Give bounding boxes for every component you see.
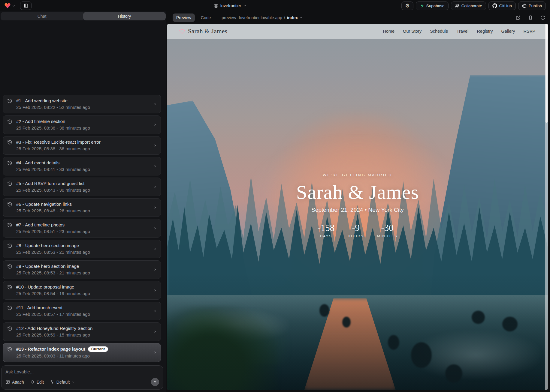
lovable-heart-icon <box>4 2 11 9</box>
history-item-timestamp: 25 Feb 2025, 08:57 - 17 minutes ago <box>16 312 90 317</box>
history-icon <box>7 285 12 290</box>
chevron-right-icon <box>153 330 157 334</box>
history-item[interactable]: #13 - Refactor index page layout Current… <box>3 343 161 362</box>
hero-content: WE'RE GETTING MARRIED Sarah & James Sept… <box>167 173 548 238</box>
history-item[interactable]: #4 - Add event details 25 Feb 2025, 08:4… <box>3 157 161 175</box>
history-item-timestamp: 25 Feb 2025, 08:38 - 36 minutes ago <box>16 146 101 151</box>
nav-rsvp[interactable]: RSVP <box>524 29 536 34</box>
history-item-title: #2 - Add timeline section <box>16 119 65 124</box>
tab-chat[interactable]: Chat <box>1 12 83 20</box>
history-icon <box>7 223 12 228</box>
sidebar-toggle-button[interactable] <box>20 1 32 10</box>
scrollbar-thumb[interactable] <box>545 24 548 123</box>
history-item[interactable]: #2 - Add timeline section 25 Feb 2025, 0… <box>3 115 161 134</box>
collaborate-button[interactable]: Collaborate <box>451 1 486 10</box>
history-item-title: #11 - Add brunch event <box>16 305 62 310</box>
chevron-right-icon <box>153 226 157 230</box>
history-item[interactable]: #12 - Add Honeyfund Registry Section 25 … <box>3 322 161 341</box>
history-icon <box>7 202 12 207</box>
project-name: lovefrontier <box>220 3 241 8</box>
project-switcher[interactable]: lovefrontier <box>214 0 246 11</box>
preview-scrollbar[interactable] <box>545 24 548 390</box>
history-item-timestamp: 25 Feb 2025, 08:51 - 23 minutes ago <box>16 229 90 234</box>
countdown: -158 DAYS -9 HOURS -30 MINUTES <box>318 223 398 238</box>
external-link-icon <box>516 15 521 20</box>
mode-selector[interactable]: Default <box>50 380 75 385</box>
lovable-app: lovefrontier ⚙ Supabase Collaborate GitH… <box>0 0 550 392</box>
nav-schedule[interactable]: Schedule <box>430 29 448 34</box>
history-item[interactable]: #10 - Update proposal image 25 Feb 2025,… <box>3 281 161 300</box>
history-icon <box>7 119 12 124</box>
history-icon <box>7 347 12 352</box>
history-icon <box>7 326 12 331</box>
smartphone-icon <box>528 15 533 20</box>
refresh-button[interactable] <box>540 15 545 20</box>
send-button[interactable] <box>151 378 159 386</box>
preview-viewport: Sarah & James Home Our Story Schedule Tr… <box>167 24 548 390</box>
edit-button[interactable]: Edit <box>30 380 44 385</box>
hero-date-location: September 21, 2024 • New York City <box>311 207 404 213</box>
history-item-title: #3 - Fix: Resolve Lucide-react import er… <box>16 139 101 145</box>
attach-button[interactable]: Attach <box>5 380 24 385</box>
countdown-days: -158 DAYS <box>318 223 335 238</box>
history-item-title: #4 - Add event details <box>16 160 59 165</box>
history-item-title: #5 - Add RSVP form and guest list <box>16 181 84 186</box>
history-item[interactable]: #8 - Update hero section image 25 Feb 20… <box>3 240 161 258</box>
history-item-title: #13 - Refactor index page layout <box>16 346 85 352</box>
tab-code[interactable]: Code <box>197 13 214 22</box>
nav-travel[interactable]: Travel <box>457 29 469 34</box>
tab-history[interactable]: History <box>83 12 166 20</box>
nav-home[interactable]: Home <box>383 29 394 34</box>
history-item[interactable]: #5 - Add RSVP form and guest list 25 Feb… <box>3 178 161 196</box>
history-item[interactable]: #7 - Add timeline photos 25 Feb 2025, 08… <box>3 219 161 238</box>
gear-icon: ⚙ <box>405 3 409 8</box>
nav-gallery[interactable]: Gallery <box>501 29 515 34</box>
sliders-icon <box>50 380 54 384</box>
hero-eyebrow: WE'RE GETTING MARRIED <box>323 173 392 177</box>
history-item[interactable]: #6 - Update navigation links 25 Feb 2025… <box>3 198 161 217</box>
globe-icon <box>522 4 527 8</box>
history-item-timestamp: 25 Feb 2025, 08:43 - 30 minutes ago <box>16 187 90 193</box>
supabase-icon <box>420 4 424 8</box>
image-icon <box>5 380 10 384</box>
composer: Attach Edit Default <box>1 365 163 390</box>
github-icon <box>492 3 497 8</box>
refresh-icon <box>540 15 545 20</box>
history-item-title: #10 - Update proposal image <box>16 284 74 289</box>
history-item-title: #1 - Add wedding website <box>16 98 68 103</box>
select-target-icon <box>30 380 35 384</box>
history-icon <box>7 98 12 103</box>
supabase-button[interactable]: Supabase <box>416 1 449 10</box>
chevron-down-icon <box>300 16 303 19</box>
history-item[interactable]: #3 - Fix: Resolve Lucide-react import er… <box>3 136 161 155</box>
history-icon <box>7 243 12 248</box>
tab-preview[interactable]: Preview <box>173 13 195 22</box>
nav-our-story[interactable]: Our Story <box>403 29 422 34</box>
github-button[interactable]: GitHub <box>488 1 516 10</box>
history-item-timestamp: 25 Feb 2025, 08:54 - 19 minutes ago <box>16 291 90 296</box>
publish-button[interactable]: Publish <box>518 1 546 10</box>
users-icon <box>455 4 459 8</box>
mobile-view-button[interactable] <box>528 15 533 20</box>
chevron-down-icon <box>243 4 246 7</box>
site-logo[interactable]: Sarah & James <box>179 28 227 35</box>
lovable-logo-menu[interactable] <box>4 2 15 9</box>
open-in-new-tab-button[interactable] <box>516 15 521 20</box>
panel-left-icon <box>23 3 28 8</box>
settings-button[interactable]: ⚙ <box>401 1 413 10</box>
site-nav: Home Our Story Schedule Travel Registry … <box>383 29 535 34</box>
chevron-right-icon <box>153 164 157 168</box>
history-icon <box>7 140 12 145</box>
hero-title: Sarah & James <box>296 182 419 202</box>
history-item-timestamp: 25 Feb 2025, 08:53 - 21 minutes ago <box>16 250 90 255</box>
history-item[interactable]: #1 - Add wedding website 25 Feb 2025, 08… <box>3 95 161 113</box>
preview-toolbar: Preview Code preview--lovefrontier.lovab… <box>166 11 550 24</box>
chevron-right-icon <box>153 288 157 292</box>
history-item-timestamp: 25 Feb 2025, 08:53 - 21 minutes ago <box>16 270 90 275</box>
history-item[interactable]: #11 - Add brunch event 25 Feb 2025, 08:5… <box>3 302 161 320</box>
history-item-title: #12 - Add Honeyfund Registry Section <box>16 326 92 331</box>
history-item[interactable]: #9 - Update hero section image 25 Feb 20… <box>3 260 161 279</box>
nav-registry[interactable]: Registry <box>477 29 493 34</box>
preview-url[interactable]: preview--lovefrontier.lovable.app / inde… <box>222 15 303 20</box>
ask-lovable-input[interactable] <box>5 369 159 374</box>
